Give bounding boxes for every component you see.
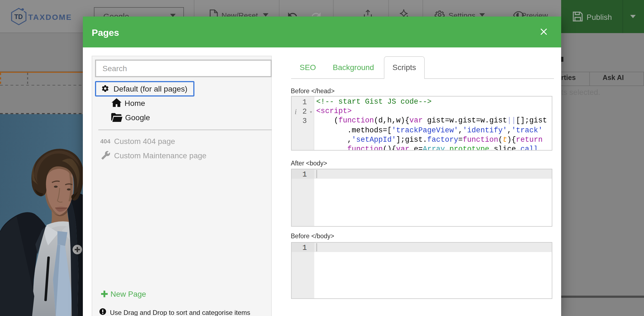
svg-text:TD: TD [14, 13, 23, 20]
